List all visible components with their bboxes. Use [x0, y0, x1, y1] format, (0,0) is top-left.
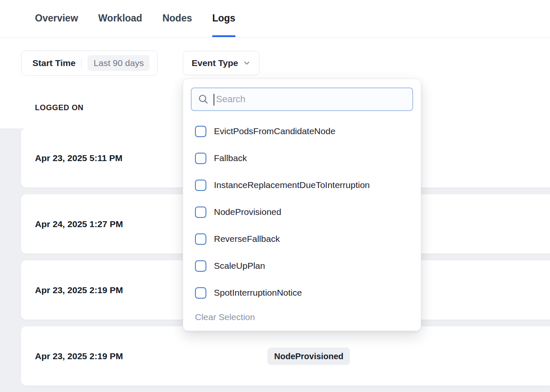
event-type-option-label: EvictPodsFromCandidateNode [214, 126, 335, 136]
search-icon [198, 93, 209, 105]
tab-logs[interactable]: Logs [212, 0, 235, 37]
event-type-option-label: ReverseFallback [214, 234, 280, 244]
tab-nodes[interactable]: Nodes [163, 0, 192, 37]
event-type-option[interactable]: EvictPodsFromCandidateNode [191, 118, 413, 145]
logged-on-value: Apr 23, 2025 2:19 PM [35, 285, 123, 295]
event-type-option-checkbox[interactable] [195, 287, 206, 299]
logged-on-value: Apr 24, 2025 1:27 PM [35, 219, 123, 229]
event-type-option-checkbox[interactable] [195, 153, 206, 164]
tab-workload[interactable]: Workload [98, 0, 142, 37]
start-time-label: Start Time [32, 58, 75, 68]
event-type-filter-button[interactable]: Event Type [183, 51, 259, 75]
event-type-option-checkbox[interactable] [195, 126, 206, 137]
logged-on-value: Apr 23, 2025 5:11 PM [35, 153, 123, 163]
event-type-option-label: ScaleUpPlan [214, 261, 265, 271]
event-type-option-checkbox[interactable] [195, 180, 206, 191]
event-type-option-checkbox[interactable] [195, 260, 206, 272]
search-input[interactable] [214, 94, 406, 105]
event-type-option-checkbox[interactable] [195, 233, 206, 245]
event-type-option[interactable]: ScaleUpPlan [191, 252, 413, 279]
column-header-logged-on: LOGGED ON [35, 103, 83, 112]
start-time-value-badge: Last 90 days [88, 55, 150, 71]
event-type-badge: NodeProvisioned [267, 347, 350, 365]
chevron-down-icon [243, 59, 251, 67]
logged-on-value: Apr 23, 2025 2:19 PM [35, 351, 123, 361]
logs-page: Overview Workload Nodes Logs Start Time … [0, 0, 550, 392]
event-type-option-checkbox[interactable] [195, 207, 206, 218]
event-type-label: Event Type [192, 58, 238, 68]
filter-divider [81, 58, 82, 68]
clear-selection-link[interactable]: Clear Selection [191, 306, 413, 325]
event-type-option[interactable]: InstanceReplacementDueToInterruption [191, 172, 413, 199]
table-row[interactable]: Apr 23, 2025 2:19 PM NodeProvisioned [21, 326, 550, 386]
event-type-option-label: Fallback [214, 153, 247, 163]
text-cursor [214, 94, 214, 106]
event-type-option-label: SpotInterruptionNotice [214, 288, 302, 298]
event-type-option[interactable]: SpotInterruptionNotice [191, 279, 413, 306]
event-type-option-label: InstanceReplacementDueToInterruption [214, 180, 370, 190]
tab-overview[interactable]: Overview [35, 0, 78, 37]
tab-bar: Overview Workload Nodes Logs [0, 0, 550, 37]
event-type-dropdown-panel: EvictPodsFromCandidateNode Fallback Inst… [183, 79, 421, 331]
event-type-option-label: NodeProvisioned [214, 207, 281, 217]
dropdown-search-box [191, 87, 413, 111]
start-time-filter-button[interactable]: Start Time Last 90 days [21, 50, 158, 76]
event-type-options-list: EvictPodsFromCandidateNode Fallback Inst… [191, 118, 413, 306]
event-type-option[interactable]: ReverseFallback [191, 225, 413, 252]
event-type-option[interactable]: Fallback [191, 145, 413, 172]
event-type-option[interactable]: NodeProvisioned [191, 199, 413, 225]
